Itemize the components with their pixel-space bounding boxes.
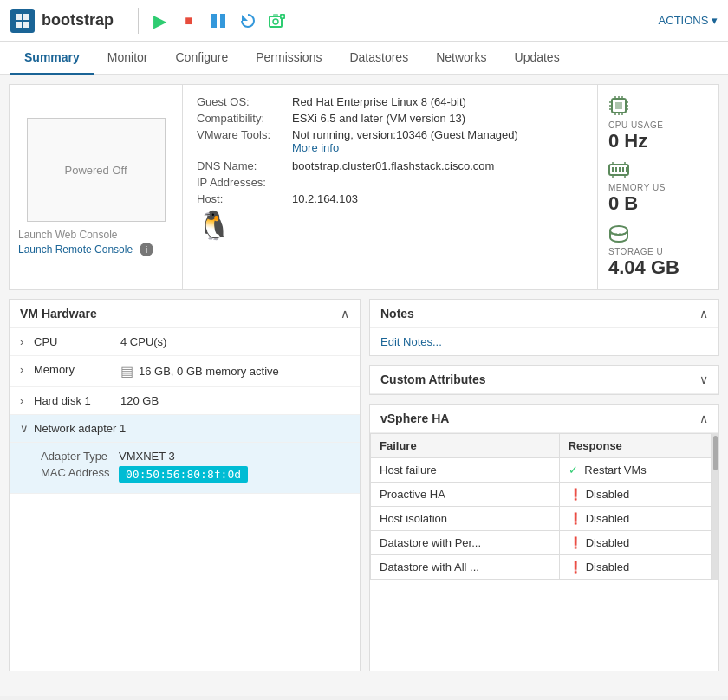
harddisk-hw-value: 120 GB — [120, 394, 349, 407]
custom-expand-button[interactable]: ∨ — [699, 373, 708, 386]
vsphere-response-cell: ❗Disabled — [559, 507, 711, 531]
notes-panel-title: Notes — [380, 307, 414, 321]
info-icon[interactable]: i — [140, 243, 153, 256]
vm-preview: Powered Off Launch Web Console Launch Re… — [10, 85, 183, 289]
tab-monitor[interactable]: Monitor — [94, 42, 162, 75]
memory-hw-value: ▤ 16 GB, 0 GB memory active — [120, 363, 349, 379]
svg-rect-30 — [619, 167, 621, 172]
hw-panel-header: VM Hardware ∧ — [10, 300, 360, 328]
mac-address-row: MAC Address 00:50:56:80:8f:0d — [41, 466, 349, 483]
guest-os-value: Red Hat Enterprise Linux 8 (64-bit) — [292, 95, 583, 108]
memory-label: MEMORY US — [608, 183, 708, 192]
guest-os-label: Guest OS: — [197, 95, 292, 108]
network-hw-label: Network adapter 1 — [34, 422, 126, 435]
vm-stats: CPU USAGE 0 Hz MEMORY US 0 B STORA — [597, 85, 718, 289]
hw-collapse-button[interactable]: ∧ — [341, 307, 349, 321]
header-actions: ▶ ■ — [149, 10, 288, 31]
tab-updates[interactable]: Updates — [501, 42, 574, 75]
vsphere-failure-cell: Datastore with All ... — [371, 555, 560, 580]
hw-network-sub: Adapter Type VMXNET 3 MAC Address 00:50:… — [10, 443, 360, 494]
tab-summary[interactable]: Summary — [10, 42, 94, 75]
ip-addresses-label: IP Addresses: — [197, 176, 292, 189]
launch-web-console-label: Launch Web Console — [18, 229, 118, 241]
custom-panel-header: Custom Attributes ∨ — [370, 366, 718, 394]
hw-harddisk-row: › Hard disk 1 120 GB — [10, 387, 360, 415]
svg-rect-1 — [23, 14, 29, 20]
vsphere-ha-table: Failure Response Host failure✓ Restart V… — [370, 433, 712, 580]
response-col-header: Response — [559, 434, 711, 458]
stop-button[interactable]: ■ — [179, 10, 199, 31]
cpu-expand-icon[interactable]: › — [20, 335, 34, 348]
vsphere-failure-cell: Proactive HA — [371, 483, 560, 507]
svg-rect-32 — [626, 167, 627, 172]
vsphere-response-cell: ❗Disabled — [559, 483, 711, 507]
guest-os-row: Guest OS: Red Hat Enterprise Linux 8 (64… — [197, 95, 583, 108]
host-label: Host: — [197, 192, 292, 205]
edit-notes-link[interactable]: Edit Notes... — [380, 335, 442, 348]
suspend-button[interactable] — [208, 10, 229, 31]
vsphere-response-cell: ✓ Restart VMs — [559, 458, 711, 483]
vmware-tools-value: Not running, version:10346 (Guest Manage… — [292, 128, 518, 141]
svg-rect-2 — [16, 22, 22, 28]
vsphere-row: Proactive HA❗Disabled — [371, 483, 712, 507]
adapter-type-row: Adapter Type VMXNET 3 — [41, 450, 349, 463]
tab-networks[interactable]: Networks — [422, 42, 500, 75]
harddisk-expand-icon[interactable]: › — [20, 394, 34, 407]
memory-expand-icon[interactable]: › — [20, 363, 34, 376]
memory-stat: MEMORY US 0 B — [608, 161, 708, 215]
hw-panel-title: VM Hardware — [20, 307, 97, 321]
storage-label: STORAGE U — [608, 247, 708, 256]
host-row: Host: 10.2.164.103 — [197, 192, 583, 205]
tab-configure[interactable]: Configure — [162, 42, 243, 75]
vsphere-table-wrap: Failure Response Host failure✓ Restart V… — [370, 433, 718, 580]
bottom-panels: VM Hardware ∧ › CPU 4 CPU(s) › Memory ▤ … — [9, 299, 719, 671]
hw-memory-row: › Memory ▤ 16 GB, 0 GB memory active — [10, 356, 360, 387]
ip-addresses-value — [292, 176, 583, 189]
cpu-hw-value: 4 CPU(s) — [120, 335, 349, 348]
vsphere-failure-cell: Host failure — [371, 458, 560, 483]
notes-panel: Notes ∧ Edit Notes... — [369, 299, 719, 356]
svg-rect-29 — [615, 167, 617, 172]
cpu-label: CPU USAGE — [608, 120, 708, 130]
vsphere-ha-panel: vSphere HA ∧ Failure Response Host failu… — [369, 404, 719, 671]
tab-permissions[interactable]: Permissions — [242, 42, 335, 75]
linux-icon: 🐧 — [197, 209, 583, 242]
host-value: 10.2.164.103 — [292, 192, 583, 205]
memory-chip-icon: ▤ — [120, 363, 133, 379]
notes-collapse-button[interactable]: ∧ — [699, 307, 708, 321]
mac-address-value: 00:50:56:80:8f:0d — [119, 466, 248, 483]
vsphere-row: Datastore with Per...❗Disabled — [371, 531, 712, 555]
custom-panel-title: Custom Attributes — [380, 373, 486, 386]
storage-stat: STORAGE U 4.04 GB — [608, 224, 708, 279]
vsphere-panel-header: vSphere HA ∧ — [370, 405, 718, 433]
more-info-link[interactable]: More info — [292, 141, 339, 154]
notes-panel-header: Notes ∧ — [370, 300, 718, 328]
svg-rect-5 — [220, 14, 225, 28]
play-button[interactable]: ▶ — [149, 10, 170, 31]
svg-rect-31 — [622, 167, 624, 172]
vm-links: Launch Web Console Launch Remote Console… — [18, 229, 173, 256]
dns-name-row: DNS Name: bootstrap.cluster01.flashstack… — [197, 159, 583, 172]
svg-marker-6 — [242, 15, 248, 21]
svg-rect-9 — [273, 14, 278, 17]
snapshot-button[interactable] — [267, 10, 288, 31]
restart-button[interactable] — [237, 10, 258, 31]
vsphere-scrollbar[interactable] — [712, 433, 718, 580]
vsphere-row: Host isolation❗Disabled — [371, 507, 712, 531]
tab-datastores[interactable]: Datastores — [335, 42, 422, 75]
svg-rect-28 — [612, 167, 614, 172]
cpu-stat: CPU USAGE 0 Hz — [608, 95, 708, 152]
storage-icon — [608, 224, 629, 247]
actions-menu[interactable]: ACTIONS ▾ — [659, 14, 718, 27]
svg-rect-7 — [270, 16, 282, 27]
network-expand-icon[interactable]: ∨ — [20, 422, 34, 435]
memory-value: 0 B — [608, 192, 708, 215]
vmware-tools-row: VMware Tools: Not running, version:10346… — [197, 128, 583, 154]
adapter-type-value: VMXNET 3 — [119, 450, 175, 463]
hw-network-row: ∨ Network adapter 1 — [10, 415, 360, 443]
vsphere-collapse-button[interactable]: ∧ — [699, 412, 708, 425]
svg-point-8 — [273, 19, 278, 24]
app-header: bootstrap ▶ ■ ACTIONS ▾ — [0, 0, 728, 42]
adapter-type-label: Adapter Type — [41, 450, 119, 463]
launch-remote-console-link[interactable]: Launch Remote Console — [18, 243, 133, 256]
